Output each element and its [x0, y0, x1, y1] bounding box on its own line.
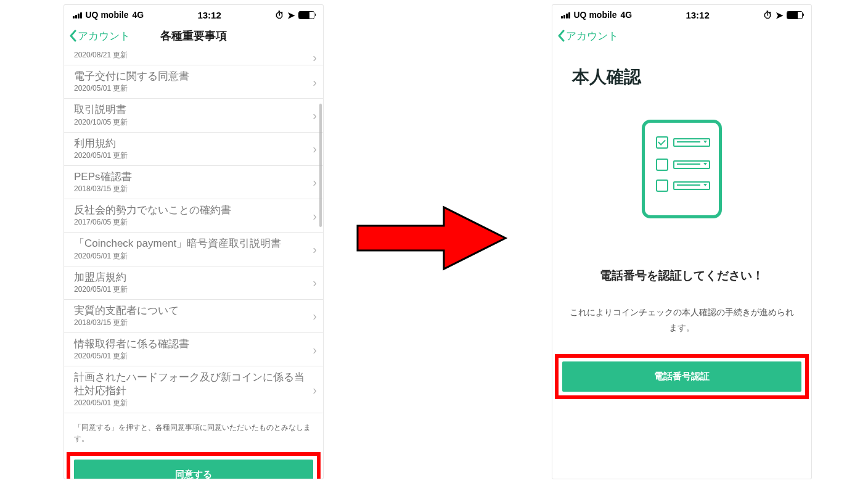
checkbox-empty-icon — [656, 179, 668, 192]
document-title: 電子交付に関する同意書 — [74, 70, 306, 83]
document-row[interactable]: 実質的支配者について2018/03/15 更新› — [64, 300, 323, 333]
scrollbar[interactable] — [319, 104, 322, 227]
field-icon — [673, 181, 710, 190]
document-title: 「Coincheck payment」暗号資産取引説明書 — [74, 237, 306, 250]
document-date: 2020/05/01 更新 — [74, 398, 306, 408]
document-date: 2020/05/01 更新 — [74, 251, 306, 262]
document-row[interactable]: 反社会的勢力でないことの確約書2017/06/05 更新› — [64, 199, 323, 233]
page-title: 本人確認 — [552, 49, 811, 89]
status-right: ⏱ ➤ — [763, 10, 803, 20]
document-row[interactable]: 「Coincheck payment」暗号資産取引説明書2020/05/01 更… — [64, 233, 323, 266]
document-date: 2018/03/15 更新 — [74, 184, 306, 194]
highlight-frame: 電話番号認証 — [555, 354, 809, 399]
status-bar: UQ mobile 4G 13:12 ⏱ ➤ — [64, 5, 323, 22]
chevron-right-icon: › — [313, 342, 317, 357]
document-date: 2020/05/01 更新 — [74, 83, 306, 94]
document-date: 2017/06/05 更新 — [74, 217, 306, 228]
status-left: UQ mobile 4G — [73, 10, 144, 20]
document-date: 2020/08/21 更新 — [74, 50, 306, 60]
phone-screen-verify: UQ mobile 4G 13:12 ⏱ ➤ アカウント 本人確認 電話番号を認… — [552, 5, 811, 479]
chevron-right-icon: › — [313, 208, 317, 223]
verify-illustration — [636, 120, 728, 218]
phone-screen-terms: UQ mobile 4G 13:12 ⏱ ➤ アカウント 各種重要事項 2020… — [64, 5, 323, 479]
clock-label: 13:12 — [144, 10, 275, 20]
flow-arrow-icon — [351, 201, 512, 275]
back-label: アカウント — [566, 29, 618, 43]
signal-icon — [73, 12, 82, 19]
document-title: 情報取得者に係る確認書 — [74, 337, 306, 350]
form-card-icon — [642, 120, 722, 218]
signal-icon — [561, 12, 570, 19]
document-date: 2020/10/05 更新 — [74, 117, 306, 128]
back-button[interactable]: アカウント — [557, 29, 618, 43]
status-bar: UQ mobile 4G 13:12 ⏱ ➤ — [552, 5, 811, 22]
document-row[interactable]: 加盟店規約2020/05/01 更新› — [64, 266, 323, 300]
document-title: 反社会的勢力でないことの確約書 — [74, 204, 306, 217]
network-label: 4G — [621, 10, 633, 20]
document-date: 2020/05/01 更新 — [74, 151, 306, 161]
status-right: ⏱ ➤ — [275, 10, 314, 20]
nav-bar: アカウント 各種重要事項 — [64, 22, 323, 49]
consent-note: 「同意する」を押すと、各種同意事項に同意いただいたものとみなします。 — [64, 413, 323, 445]
svg-marker-0 — [358, 207, 506, 269]
chevron-right-icon: › — [313, 142, 317, 156]
chevron-left-icon — [69, 30, 76, 42]
chevron-right-icon: › — [313, 276, 317, 290]
chevron-right-icon: › — [313, 382, 317, 397]
document-row[interactable]: 計画されたハードフォーク及び新コインに係る当社対応指針2020/05/01 更新… — [64, 366, 323, 413]
verify-headline: 電話番号を認証してください！ — [552, 268, 811, 284]
nav-bar: アカウント — [552, 22, 811, 49]
document-date: 2020/05/01 更新 — [74, 351, 306, 361]
phone-verify-button[interactable]: 電話番号認証 — [562, 361, 801, 392]
alarm-icon: ⏱ — [763, 10, 772, 20]
document-title: 加盟店規約 — [74, 271, 306, 284]
document-row[interactable]: 利用規約2020/05/01 更新› — [64, 133, 323, 166]
network-label: 4G — [133, 10, 144, 20]
location-icon: ➤ — [776, 10, 784, 20]
carrier-label: UQ mobile — [574, 10, 617, 20]
battery-icon — [787, 11, 803, 19]
chevron-right-icon: › — [313, 51, 317, 65]
field-icon — [673, 160, 710, 169]
document-list[interactable]: 2020/08/21 更新›電子交付に関する同意書2020/05/01 更新›取… — [64, 50, 323, 413]
document-row[interactable]: 2020/08/21 更新› — [64, 50, 323, 65]
highlight-frame: 同意する — [67, 452, 321, 479]
chevron-right-icon: › — [313, 108, 317, 122]
document-title: 利用規約 — [74, 137, 306, 150]
document-row[interactable]: PEPs確認書2018/03/15 更新› — [64, 166, 323, 199]
status-left: UQ mobile 4G — [561, 10, 632, 20]
clock-label: 13:12 — [632, 10, 763, 20]
document-title: 計画されたハードフォーク及び新コインに係る当社対応指針 — [74, 371, 306, 397]
carrier-label: UQ mobile — [86, 10, 129, 20]
field-icon — [673, 138, 710, 147]
checkbox-checked-icon — [656, 136, 668, 149]
location-icon: ➤ — [287, 10, 295, 20]
chevron-left-icon — [557, 30, 565, 42]
chevron-right-icon: › — [313, 309, 317, 323]
verify-subtext: これによりコインチェックの本人確認の手続きが進められます。 — [552, 305, 811, 336]
document-row[interactable]: 取引説明書2020/10/05 更新› — [64, 99, 323, 132]
document-date: 2020/05/01 更新 — [74, 284, 306, 295]
chevron-right-icon: › — [313, 242, 317, 256]
battery-icon — [298, 11, 314, 19]
document-date: 2018/03/15 更新 — [74, 318, 306, 328]
document-title: 取引説明書 — [74, 103, 306, 116]
agree-button[interactable]: 同意する — [74, 460, 313, 479]
chevron-right-icon: › — [313, 175, 317, 189]
back-button[interactable]: アカウント — [69, 29, 130, 43]
document-row[interactable]: 電子交付に関する同意書2020/05/01 更新› — [64, 65, 323, 99]
alarm-icon: ⏱ — [275, 10, 284, 20]
back-label: アカウント — [78, 29, 130, 43]
chevron-right-icon: › — [313, 75, 317, 89]
document-row[interactable]: 情報取得者に係る確認書2020/05/01 更新› — [64, 333, 323, 366]
document-title: 実質的支配者について — [74, 304, 306, 317]
checkbox-empty-icon — [656, 159, 668, 171]
document-title: PEPs確認書 — [74, 170, 306, 183]
